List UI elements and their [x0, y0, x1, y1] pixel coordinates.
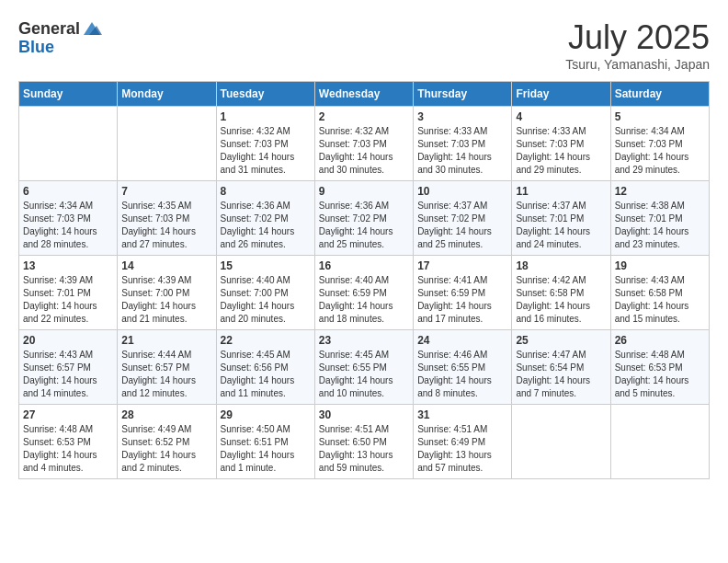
- day-number: 11: [516, 185, 606, 198]
- header: General Blue July 2025 Tsuru, Yamanashi,…: [18, 18, 710, 72]
- table-row: 4 Sunrise: 4:33 AMSunset: 7:03 PMDayligh…: [512, 107, 610, 181]
- day-number: 24: [417, 334, 507, 347]
- day-number: 18: [516, 259, 606, 272]
- day-number: 26: [615, 334, 705, 347]
- calendar-week-row: 27 Sunrise: 4:48 AMSunset: 6:53 PMDaylig…: [19, 405, 710, 479]
- table-row: 28 Sunrise: 4:49 AMSunset: 6:52 PMDaylig…: [118, 405, 216, 479]
- table-row: 8 Sunrise: 4:36 AMSunset: 7:02 PMDayligh…: [216, 181, 314, 256]
- day-number: 7: [121, 185, 211, 198]
- table-row: 5 Sunrise: 4:34 AMSunset: 7:03 PMDayligh…: [610, 107, 709, 181]
- day-info: Sunrise: 4:33 AMSunset: 7:03 PMDaylight:…: [516, 125, 606, 177]
- day-info: Sunrise: 4:50 AMSunset: 6:51 PMDaylight:…: [221, 423, 311, 475]
- day-info: Sunrise: 4:36 AMSunset: 7:02 PMDaylight:…: [221, 200, 311, 251]
- day-number: 22: [221, 334, 311, 347]
- day-info: Sunrise: 4:32 AMSunset: 7:03 PMDaylight:…: [221, 125, 311, 177]
- day-number: 31: [417, 408, 507, 421]
- day-number: 19: [615, 259, 705, 272]
- day-info: Sunrise: 4:48 AMSunset: 6:53 PMDaylight:…: [615, 349, 705, 400]
- table-row: 13 Sunrise: 4:39 AMSunset: 7:01 PMDaylig…: [19, 256, 118, 330]
- day-info: Sunrise: 4:48 AMSunset: 6:53 PMDaylight:…: [23, 423, 113, 475]
- day-number: 13: [23, 259, 113, 272]
- day-number: 10: [417, 185, 507, 198]
- day-info: Sunrise: 4:39 AMSunset: 7:01 PMDaylight:…: [23, 274, 113, 326]
- logo-blue: Blue: [18, 38, 54, 56]
- day-info: Sunrise: 4:33 AMSunset: 7:03 PMDaylight:…: [417, 125, 507, 177]
- day-number: 23: [319, 334, 409, 347]
- table-row: 2 Sunrise: 4:32 AMSunset: 7:03 PMDayligh…: [314, 107, 413, 181]
- header-friday: Friday: [512, 82, 610, 107]
- title-area: July 2025 Tsuru, Yamanashi, Japan: [565, 18, 710, 72]
- day-info: Sunrise: 4:51 AMSunset: 6:50 PMDaylight:…: [319, 423, 409, 475]
- day-number: 3: [417, 110, 507, 123]
- day-info: Sunrise: 4:32 AMSunset: 7:03 PMDaylight:…: [319, 125, 409, 177]
- day-number: 27: [23, 408, 113, 421]
- day-info: Sunrise: 4:37 AMSunset: 7:01 PMDaylight:…: [516, 200, 606, 251]
- day-info: Sunrise: 4:51 AMSunset: 6:49 PMDaylight:…: [417, 423, 507, 475]
- table-row: [118, 107, 216, 181]
- day-info: Sunrise: 4:43 AMSunset: 6:57 PMDaylight:…: [23, 349, 113, 400]
- table-row: 1 Sunrise: 4:32 AMSunset: 7:03 PMDayligh…: [216, 107, 314, 181]
- weekday-header-row: Sunday Monday Tuesday Wednesday Thursday…: [19, 82, 710, 107]
- table-row: 29 Sunrise: 4:50 AMSunset: 6:51 PMDaylig…: [216, 405, 314, 479]
- table-row: 23 Sunrise: 4:45 AMSunset: 6:55 PMDaylig…: [314, 330, 413, 405]
- header-thursday: Thursday: [414, 82, 512, 107]
- day-info: Sunrise: 4:36 AMSunset: 7:02 PMDaylight:…: [319, 200, 409, 251]
- day-number: 1: [221, 110, 311, 123]
- header-wednesday: Wednesday: [314, 82, 413, 107]
- day-number: 5: [615, 110, 705, 123]
- day-info: Sunrise: 4:49 AMSunset: 6:52 PMDaylight:…: [121, 423, 211, 475]
- table-row: 19 Sunrise: 4:43 AMSunset: 6:58 PMDaylig…: [610, 256, 709, 330]
- day-info: Sunrise: 4:37 AMSunset: 7:02 PMDaylight:…: [417, 200, 507, 251]
- day-info: Sunrise: 4:40 AMSunset: 7:00 PMDaylight:…: [221, 274, 311, 326]
- day-info: Sunrise: 4:34 AMSunset: 7:03 PMDaylight:…: [23, 200, 113, 251]
- day-number: 30: [319, 408, 409, 421]
- day-number: 2: [319, 110, 409, 123]
- day-number: 14: [121, 259, 211, 272]
- table-row: 14 Sunrise: 4:39 AMSunset: 7:00 PMDaylig…: [118, 256, 216, 330]
- table-row: 21 Sunrise: 4:44 AMSunset: 6:57 PMDaylig…: [118, 330, 216, 405]
- calendar-week-row: 20 Sunrise: 4:43 AMSunset: 6:57 PMDaylig…: [19, 330, 710, 405]
- day-info: Sunrise: 4:43 AMSunset: 6:58 PMDaylight:…: [615, 274, 705, 326]
- table-row: 25 Sunrise: 4:47 AMSunset: 6:54 PMDaylig…: [512, 330, 610, 405]
- table-row: 20 Sunrise: 4:43 AMSunset: 6:57 PMDaylig…: [19, 330, 118, 405]
- day-info: Sunrise: 4:45 AMSunset: 6:56 PMDaylight:…: [221, 349, 311, 400]
- table-row: 7 Sunrise: 4:35 AMSunset: 7:03 PMDayligh…: [118, 181, 216, 256]
- calendar-week-row: 6 Sunrise: 4:34 AMSunset: 7:03 PMDayligh…: [19, 181, 710, 256]
- day-info: Sunrise: 4:47 AMSunset: 6:54 PMDaylight:…: [516, 349, 606, 400]
- table-row: 27 Sunrise: 4:48 AMSunset: 6:53 PMDaylig…: [19, 405, 118, 479]
- table-row: 30 Sunrise: 4:51 AMSunset: 6:50 PMDaylig…: [314, 405, 413, 479]
- day-number: 8: [221, 185, 311, 198]
- logo-general: General: [18, 20, 80, 37]
- day-info: Sunrise: 4:45 AMSunset: 6:55 PMDaylight:…: [319, 349, 409, 400]
- table-row: 26 Sunrise: 4:48 AMSunset: 6:53 PMDaylig…: [610, 330, 709, 405]
- table-row: 12 Sunrise: 4:38 AMSunset: 7:01 PMDaylig…: [610, 181, 709, 256]
- table-row: 15 Sunrise: 4:40 AMSunset: 7:00 PMDaylig…: [216, 256, 314, 330]
- table-row: 31 Sunrise: 4:51 AMSunset: 6:49 PMDaylig…: [414, 405, 512, 479]
- table-row: 9 Sunrise: 4:36 AMSunset: 7:02 PMDayligh…: [314, 181, 413, 256]
- day-number: 17: [417, 259, 507, 272]
- table-row: 18 Sunrise: 4:42 AMSunset: 6:58 PMDaylig…: [512, 256, 610, 330]
- table-row: 3 Sunrise: 4:33 AMSunset: 7:03 PMDayligh…: [414, 107, 512, 181]
- day-info: Sunrise: 4:46 AMSunset: 6:55 PMDaylight:…: [417, 349, 507, 400]
- calendar: Sunday Monday Tuesday Wednesday Thursday…: [18, 81, 710, 479]
- header-sunday: Sunday: [19, 82, 118, 107]
- day-number: 25: [516, 334, 606, 347]
- table-row: 10 Sunrise: 4:37 AMSunset: 7:02 PMDaylig…: [414, 181, 512, 256]
- day-info: Sunrise: 4:39 AMSunset: 7:00 PMDaylight:…: [121, 274, 211, 326]
- day-info: Sunrise: 4:44 AMSunset: 6:57 PMDaylight:…: [121, 349, 211, 400]
- day-number: 12: [615, 185, 705, 198]
- logo: General Blue: [18, 18, 102, 56]
- table-row: 6 Sunrise: 4:34 AMSunset: 7:03 PMDayligh…: [19, 181, 118, 256]
- day-number: 4: [516, 110, 606, 123]
- day-number: 21: [121, 334, 211, 347]
- day-number: 16: [319, 259, 409, 272]
- day-number: 28: [121, 408, 211, 421]
- day-number: 15: [221, 259, 311, 272]
- table-row: [512, 405, 610, 479]
- table-row: 16 Sunrise: 4:40 AMSunset: 6:59 PMDaylig…: [314, 256, 413, 330]
- table-row: 11 Sunrise: 4:37 AMSunset: 7:01 PMDaylig…: [512, 181, 610, 256]
- table-row: 17 Sunrise: 4:41 AMSunset: 6:59 PMDaylig…: [414, 256, 512, 330]
- table-row: 24 Sunrise: 4:46 AMSunset: 6:55 PMDaylig…: [414, 330, 512, 405]
- day-number: 29: [221, 408, 311, 421]
- table-row: 22 Sunrise: 4:45 AMSunset: 6:56 PMDaylig…: [216, 330, 314, 405]
